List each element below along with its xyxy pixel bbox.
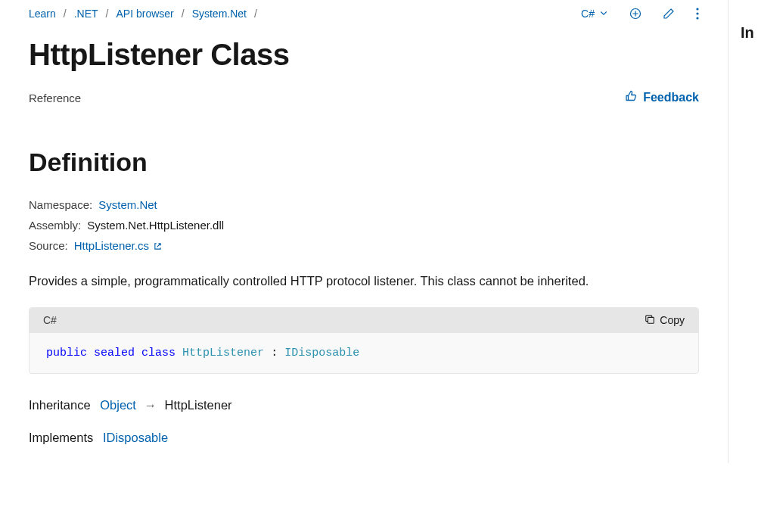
token-keyword: class [141,347,176,359]
language-picker[interactable]: C# [581,8,608,20]
class-description: Provides a simple, programmatically cont… [29,272,699,291]
token-type: HttpListener [182,347,264,359]
source-value: HttpListener.cs [74,239,149,252]
feedback-button[interactable]: Feedback [625,90,699,105]
inheritance-self: HttpListener [165,398,232,412]
language-label: C# [581,8,595,20]
token-keyword: public [46,347,87,359]
chevron-down-icon [599,8,608,20]
namespace-label: Namespace: [29,198,92,211]
breadcrumb-separator: / [182,8,185,20]
edit-icon[interactable] [663,8,675,20]
source-label: Source: [29,239,68,252]
svg-rect-4 [648,317,654,323]
token-type: IDisposable [284,347,359,359]
namespace-link[interactable]: System.Net [98,198,157,211]
feedback-label: Feedback [643,91,699,104]
svg-point-1 [696,8,698,10]
reference-label: Reference [29,92,81,104]
breadcrumb-learn[interactable]: Learn [29,8,56,20]
page-actions: C# [581,8,699,20]
side-panel-label: In [741,24,754,41]
add-icon[interactable] [629,8,642,20]
assembly-value: System.Net.HttpListener.dll [87,219,224,232]
metadata-list: Namespace: System.Net Assembly: System.N… [29,198,699,252]
source-link[interactable]: HttpListener.cs [74,239,162,252]
breadcrumb-dotnet[interactable]: .NET [74,8,98,20]
assembly-label: Assembly: [29,219,81,232]
thumbs-up-icon [625,90,637,105]
copy-icon [645,314,655,327]
inheritance-row: Inheritance Object → HttpListener [29,398,699,412]
breadcrumb: Learn / .NET / API browser / System.Net … [29,8,257,20]
definition-heading: Definition [29,148,699,177]
more-icon[interactable] [696,8,699,20]
code-block: C# Copy public sealed class HttpListener… [29,307,699,374]
breadcrumb-separator: / [254,8,257,20]
code-language-label: C# [43,314,57,326]
external-link-icon [154,242,162,250]
implements-link[interactable]: IDisposable [103,431,168,444]
token-keyword: sealed [94,347,135,359]
breadcrumb-separator: / [64,8,67,20]
svg-point-3 [696,17,698,19]
page-title: HttpListener Class [29,38,699,72]
code-content: public sealed class HttpListener : IDisp… [30,333,698,373]
inheritance-base-link[interactable]: Object [100,398,136,412]
copy-label: Copy [660,314,685,326]
inheritance-label: Inheritance [29,398,91,412]
breadcrumb-separator: / [106,8,109,20]
implements-row: Implements IDisposable [29,431,699,445]
side-panel: In [728,0,758,463]
arrow-icon: → [144,398,157,412]
breadcrumb-system-net[interactable]: System.Net [192,8,247,20]
copy-button[interactable]: Copy [645,314,685,327]
breadcrumb-api-browser[interactable]: API browser [116,8,173,20]
svg-point-2 [696,12,698,14]
token-colon: : [271,347,284,359]
implements-label: Implements [29,431,93,444]
